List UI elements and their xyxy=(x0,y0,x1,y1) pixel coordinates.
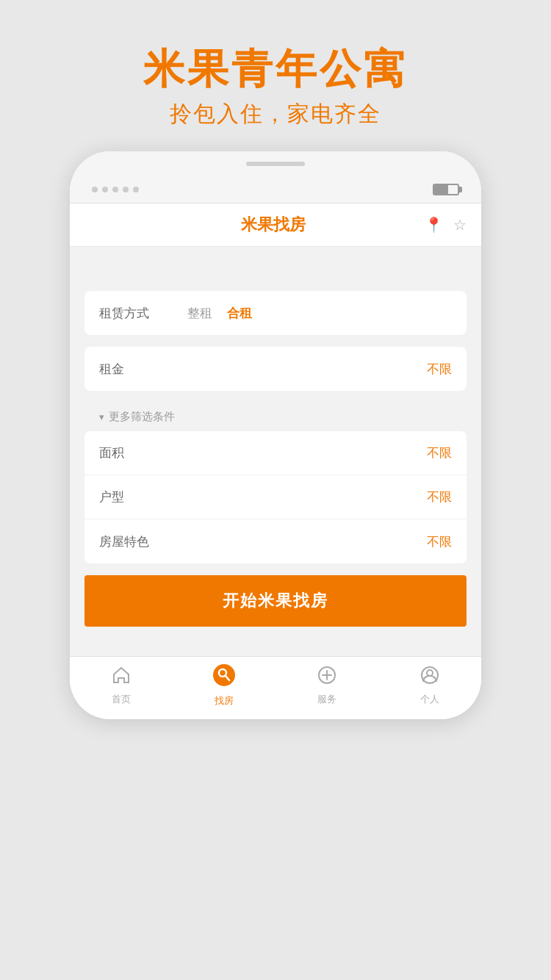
search-icon xyxy=(213,664,235,691)
features-row[interactable]: 房屋特色 不限 xyxy=(84,519,467,563)
star-icon[interactable]: ☆ xyxy=(453,216,467,234)
app-title: 米果青年公寓 xyxy=(143,44,408,93)
profile-icon xyxy=(420,666,439,690)
app-content: 租赁方式 整租 合租 租金 不限 ▾ 更多筛选条件 面积 不限 xyxy=(70,247,481,656)
housetype-row[interactable]: 户型 不限 xyxy=(84,475,467,519)
bottom-tabs: 首页 找房 服务 xyxy=(70,656,481,719)
tab-profile[interactable]: 个人 xyxy=(378,666,481,706)
phone-dots xyxy=(92,187,139,192)
rent-row[interactable]: 租金 不限 xyxy=(84,347,467,391)
battery-fill xyxy=(434,185,448,194)
dot-2 xyxy=(102,187,108,192)
more-filters-label: 更多筛选条件 xyxy=(109,410,175,424)
rent-label: 租金 xyxy=(99,361,187,378)
navbar-title: 米果找房 xyxy=(121,214,425,236)
phone-battery xyxy=(433,184,459,195)
home-icon xyxy=(112,666,131,690)
dot-3 xyxy=(112,187,118,192)
rental-method-card: 租赁方式 整租 合租 xyxy=(84,291,467,335)
dot-5 xyxy=(133,187,139,192)
tab-service-label: 服务 xyxy=(317,693,336,706)
rental-method-row[interactable]: 租赁方式 整租 合租 xyxy=(84,291,467,335)
phone-mockup: 米果找房 📍 ☆ 租赁方式 整租 合租 租金 不限 xyxy=(70,151,481,719)
service-icon xyxy=(317,666,336,690)
rent-value[interactable]: 不限 xyxy=(427,361,452,378)
tab-home[interactable]: 首页 xyxy=(70,666,173,706)
app-subtitle: 拎包入住，家电齐全 xyxy=(170,99,381,129)
rental-method-options: 整租 合租 xyxy=(187,305,452,322)
phone-status-bar xyxy=(70,170,481,203)
rent-card: 租金 不限 xyxy=(84,347,467,391)
features-label: 房屋特色 xyxy=(99,533,187,550)
area-row[interactable]: 面积 不限 xyxy=(84,431,467,475)
tab-search[interactable]: 找房 xyxy=(173,664,276,707)
rental-method-label: 租赁方式 xyxy=(99,305,187,322)
area-label: 面积 xyxy=(99,444,187,461)
dot-1 xyxy=(92,187,98,192)
area-value[interactable]: 不限 xyxy=(427,444,452,461)
option-zhengzu[interactable]: 整租 xyxy=(187,305,212,322)
svg-point-7 xyxy=(427,670,433,676)
location-icon[interactable]: 📍 xyxy=(425,216,443,234)
nav-icons: 📍 ☆ xyxy=(425,216,467,234)
tab-home-label: 首页 xyxy=(112,693,131,706)
extra-filters-card: 面积 不限 户型 不限 房屋特色 不限 xyxy=(84,431,467,563)
tab-search-label: 找房 xyxy=(215,694,234,707)
features-value[interactable]: 不限 xyxy=(427,533,452,550)
cta-button[interactable]: 开始米果找房 xyxy=(84,575,467,627)
more-filters-toggle[interactable]: ▾ 更多筛选条件 xyxy=(84,403,467,431)
svg-point-0 xyxy=(213,664,235,686)
more-filters-arrow: ▾ xyxy=(99,411,104,422)
housetype-label: 户型 xyxy=(99,489,187,505)
tab-service[interactable]: 服务 xyxy=(276,666,378,706)
app-navbar: 米果找房 📍 ☆ xyxy=(70,203,481,247)
option-hezu[interactable]: 合租 xyxy=(227,305,252,322)
dot-4 xyxy=(123,187,129,192)
phone-speaker xyxy=(246,162,305,166)
app-header: 米果青年公寓 拎包入住，家电齐全 xyxy=(0,0,551,129)
tab-profile-label: 个人 xyxy=(420,693,439,706)
housetype-value[interactable]: 不限 xyxy=(427,489,452,505)
